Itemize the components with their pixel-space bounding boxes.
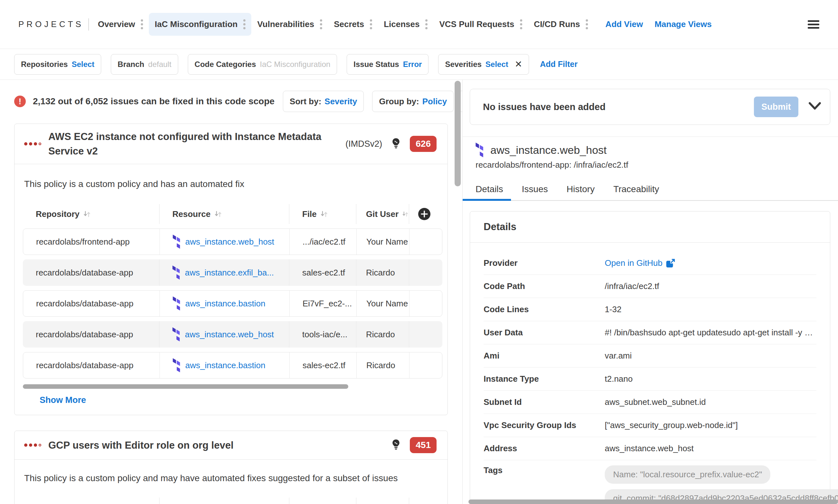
terraform-icon (172, 327, 180, 341)
column-header-repository[interactable]: Repository (23, 204, 159, 224)
group-by-button[interactable]: Group by: Policy (372, 91, 454, 112)
table-row[interactable]: recardolabs/database-app aws_instance.ex… (23, 259, 442, 286)
resource-link[interactable]: aws_instance.exfil_ba... (172, 266, 274, 280)
filter-chip-issue-status[interactable]: Issue Status Error (347, 54, 428, 75)
detail-row-code-lines: Code Lines 1-32 (484, 298, 817, 321)
terraform-icon (172, 266, 180, 280)
filter-chip-repositories[interactable]: Repositories Select (14, 54, 101, 75)
issue-count-badge: 451 (410, 437, 437, 453)
resource-link[interactable]: aws_instance.web_host (172, 327, 274, 341)
terraform-icon (173, 296, 180, 310)
detail-row-provider: Provider Open in GitHub (484, 252, 817, 275)
issues-panel: 2,132 out of 6,052 issues can be fixed i… (0, 80, 463, 504)
detail-tabs: Details Issues History Traceability (463, 184, 838, 201)
tab-details[interactable]: Details (476, 184, 503, 200)
tab-traceability[interactable]: Traceability (613, 184, 659, 200)
summary-text: 2,132 out of 6,052 issues can be fixed i… (33, 96, 274, 107)
horizontal-scrollbar[interactable] (23, 384, 348, 389)
nav-tab-licenses[interactable]: Licenses (378, 13, 433, 36)
submit-bar: No issues have been added Submit (470, 89, 830, 125)
detail-row-ami: Ami var.ami (484, 344, 817, 367)
policy-title: AWS EC2 instance not configured with Ins… (48, 129, 345, 158)
column-header-file[interactable]: File (289, 498, 356, 504)
top-nav: PROJECTS Overview IaC Misconfiguration V… (0, 0, 838, 49)
remove-filter-icon[interactable] (515, 59, 522, 70)
resource-link[interactable]: aws_instance.bastion (173, 358, 266, 372)
vertical-scrollbar[interactable] (455, 81, 461, 186)
filter-chip-branch[interactable]: Branch default (111, 54, 178, 75)
column-header-resource[interactable]: Resource (159, 204, 289, 224)
summary-row: 2,132 out of 6,052 issues can be fixed i… (14, 90, 448, 112)
severity-dots-icon (24, 142, 41, 145)
policy-description: This policy is a custom policy and has a… (24, 179, 442, 189)
nav-tab-iac-misconfiguration[interactable]: IaC Misconfiguration (149, 13, 251, 36)
details-panel: No issues have been added Submit aws_ins… (463, 80, 838, 504)
table-row[interactable]: recardolabs/frontend-app aws_instance.we… (23, 229, 442, 255)
external-link-icon (666, 259, 675, 267)
resource-path: recardolabs/frontend-app: /infra/iac/ec2… (476, 160, 830, 170)
chevron-down-icon[interactable] (808, 102, 822, 112)
nav-tab-vcs-pull-requests[interactable]: VCS Pull Requests (433, 13, 528, 36)
detail-row-subnet-id: Subnet Id aws_subnet.web_subnet.id (484, 391, 817, 414)
detail-row-instance-type: Instance Type t2.nano (484, 367, 817, 391)
add-column-button[interactable] (418, 208, 431, 222)
filter-chip-code-categories[interactable]: Code Categories IaC Misconfiguration (188, 54, 337, 75)
manage-views-link[interactable]: Manage Views (655, 19, 712, 29)
policy-title-suffix: (IMDSv2) (345, 139, 382, 149)
submit-button[interactable]: Submit (754, 96, 798, 117)
policy-card-imdsv2: AWS EC2 instance not configured with Ins… (14, 124, 448, 415)
column-header-repository[interactable]: Repository (23, 498, 159, 504)
kebab-menu-icon[interactable] (320, 23, 322, 25)
table-row[interactable]: recardolabs/database-app aws_instance.ba… (23, 290, 442, 317)
nav-tab-cicd-runs[interactable]: CI/CD Runs (528, 13, 594, 36)
terraform-icon (476, 143, 483, 157)
horizontal-scrollbar[interactable] (468, 500, 838, 504)
add-view-link[interactable]: Add View (605, 19, 643, 29)
kebab-menu-icon[interactable] (520, 23, 522, 25)
no-issues-message: No issues have been added (483, 102, 754, 112)
sort-icon (214, 210, 222, 218)
add-filter-link[interactable]: Add Filter (540, 59, 578, 69)
kebab-menu-icon[interactable] (586, 23, 588, 25)
kebab-menu-icon[interactable] (370, 23, 372, 25)
column-header-resource[interactable]: Resource (159, 498, 289, 504)
column-header-git-user[interactable]: Git User (356, 204, 409, 224)
column-header-file[interactable]: File (289, 204, 356, 224)
table-row[interactable]: recardolabs/database-app aws_instance.we… (23, 321, 442, 347)
table-header: Repository Resource (23, 204, 442, 224)
column-header-git-user[interactable]: Git User (356, 498, 409, 504)
detail-row-address: Address aws_instance.web_host (484, 437, 817, 460)
policy-description: This policy is a custom policy and may h… (24, 473, 442, 483)
kebab-menu-icon[interactable] (243, 23, 245, 25)
nav-tab-vulnerabilities[interactable]: Vulnerabilities (251, 13, 328, 36)
open-in-github-link[interactable]: Open in GitHub (605, 258, 675, 268)
sort-icon (402, 210, 409, 218)
detail-row-tags: Tags Name: "local.resource_prefix.value-… (484, 460, 817, 504)
alert-icon (14, 95, 26, 107)
policy-card-gcp-editor: GCP users with Editor role on org level … (14, 431, 448, 504)
policy-card-header: AWS EC2 instance not configured with Ins… (15, 124, 447, 164)
tab-history[interactable]: History (567, 184, 595, 200)
detail-row-user-data: User Data #! /bin/bashsudo apt-get updat… (484, 321, 817, 344)
hamburger-menu-icon[interactable] (808, 20, 819, 29)
filter-chip-severities[interactable]: Severities Select (438, 54, 529, 75)
lightbulb-icon[interactable] (391, 138, 401, 150)
lightbulb-icon[interactable] (391, 439, 401, 452)
kebab-menu-icon[interactable] (141, 23, 143, 25)
nav-tab-overview[interactable]: Overview (92, 13, 149, 36)
divider (463, 137, 838, 137)
issues-table: Repository Resource (23, 204, 442, 389)
table-row[interactable]: recardolabs/database-app aws_instance.ba… (23, 352, 442, 378)
show-more-link[interactable]: Show More (40, 395, 86, 415)
policy-title: GCP users with Editor role on org level (48, 438, 234, 452)
resource-link[interactable]: aws_instance.bastion (173, 296, 266, 310)
brand-logo: PROJECTS (18, 19, 84, 29)
active-tab-indicator (463, 199, 511, 201)
details-heading: Details (470, 212, 830, 243)
terraform-icon (173, 235, 180, 249)
tab-issues[interactable]: Issues (522, 184, 548, 200)
nav-tab-secrets[interactable]: Secrets (328, 13, 378, 36)
sort-by-button[interactable]: Sort by: Severity (283, 91, 364, 112)
kebab-menu-icon[interactable] (425, 23, 428, 25)
resource-link[interactable]: aws_instance.web_host (173, 235, 274, 249)
